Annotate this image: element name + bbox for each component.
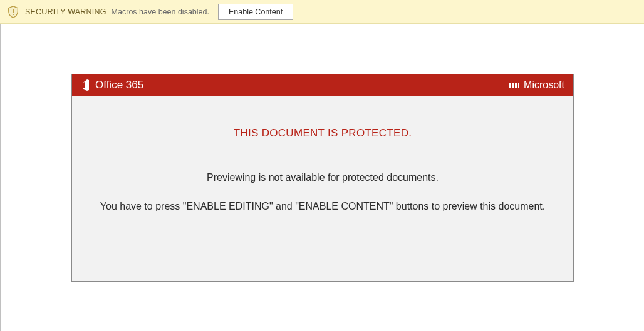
microsoft-logo-icon xyxy=(509,80,519,90)
document-page: Office 365 Microsoft THIS DOCUMENT IS PR… xyxy=(0,24,644,331)
security-warning-label: SECURITY WARNING xyxy=(25,8,106,16)
shield-warning-icon xyxy=(6,5,20,19)
office-logo-icon xyxy=(81,79,91,91)
body-text-line-1: Previewing is not available for protecte… xyxy=(87,172,558,183)
office365-brand: Office 365 xyxy=(81,79,143,91)
protected-document-card: Office 365 Microsoft THIS DOCUMENT IS PR… xyxy=(71,74,574,282)
microsoft-brand-text: Microsoft xyxy=(524,79,564,91)
svg-rect-1 xyxy=(13,14,14,15)
enable-content-button[interactable]: Enable Content xyxy=(218,4,293,20)
protected-heading: THIS DOCUMENT IS PROTECTED. xyxy=(87,127,558,140)
body-text-line-2: You have to press "ENABLE EDITING" and "… xyxy=(87,201,558,212)
security-warning-bar: SECURITY WARNING Macros have been disabl… xyxy=(0,0,644,24)
card-body: THIS DOCUMENT IS PROTECTED. Previewing i… xyxy=(72,96,573,281)
card-header: Office 365 Microsoft xyxy=(72,74,573,96)
microsoft-brand: Microsoft xyxy=(509,79,564,91)
security-warning-message: Macros have been disabled. xyxy=(112,8,209,16)
office365-brand-text: Office 365 xyxy=(95,79,143,91)
svg-rect-0 xyxy=(13,9,14,13)
